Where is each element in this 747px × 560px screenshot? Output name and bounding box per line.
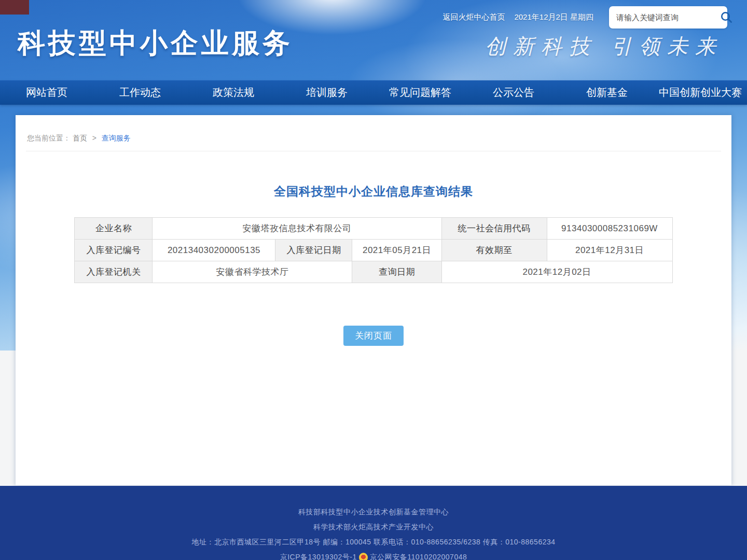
value-valid-until: 2021年12月31日 <box>547 240 672 261</box>
query-result-table: 企业名称 安徽塔孜信息技术有限公司 统一社会信用代码 9134030008523… <box>74 217 672 283</box>
table-row: 入库登记编号 202134030200005135 入库登记日期 2021年05… <box>75 240 672 261</box>
nav-item-training[interactable]: 培训服务 <box>280 80 374 105</box>
label-credit-code: 统一社会信用代码 <box>441 218 547 240</box>
torch-home-link[interactable]: 返回火炬中心首页 <box>442 12 505 22</box>
nav-item-faq[interactable]: 常见问题解答 <box>374 80 467 105</box>
nav-item-announcements[interactable]: 公示公告 <box>467 80 560 105</box>
value-company-name: 安徽塔孜信息技术有限公司 <box>153 218 441 240</box>
nav-item-home[interactable]: 网站首页 <box>0 80 93 105</box>
footer-icp-row: 京ICP备13019302号-1 京公网安备11010202007048 <box>0 550 747 560</box>
footer-torch-center: 科学技术部火炬高技术产业开发中心 <box>0 520 747 535</box>
page: 返回火炬中心首页 2021年12月2日 星期四 科技型中小企业服务 创新科技 引… <box>0 0 747 560</box>
breadcrumb-separator: > <box>92 134 96 142</box>
police-record-link[interactable]: 京公网安备11010202007048 <box>370 550 467 560</box>
breadcrumb: 您当前位置： 首页 > 查询服务 <box>26 115 721 151</box>
nav-item-work-news[interactable]: 工作动态 <box>93 80 187 105</box>
label-registration-number: 入库登记编号 <box>75 240 153 261</box>
value-credit-code: 91340300085231069W <box>547 218 672 240</box>
value-registration-date: 2021年05月21日 <box>352 240 441 261</box>
site-slogan: 创新科技 引领未来 <box>485 32 723 61</box>
search-icon[interactable] <box>720 10 733 24</box>
footer-fund-center: 科技部科技型中小企业技术创新基金管理中心 <box>0 505 747 520</box>
search-input[interactable] <box>616 13 720 22</box>
icp-license-link[interactable]: 京ICP备13019302号-1 <box>280 550 357 560</box>
search-box[interactable] <box>609 6 727 29</box>
label-valid-until: 有效期至 <box>441 240 547 261</box>
nav-item-innovation-fund[interactable]: 创新基金 <box>560 80 654 105</box>
content-panel: 您当前位置： 首页 > 查询服务 全国科技型中小企业信息库查询结果 企业名称 安… <box>16 115 731 485</box>
label-company-name: 企业名称 <box>75 218 153 240</box>
table-row: 入库登记机关 安徽省科学技术厅 查询日期 2021年12月02日 <box>75 261 672 283</box>
breadcrumb-prefix: 您当前位置： <box>27 134 71 142</box>
table-row: 企业名称 安徽塔孜信息技术有限公司 统一社会信用代码 9134030008523… <box>75 218 672 240</box>
breadcrumb-home-link[interactable]: 首页 <box>73 134 87 142</box>
police-emblem-icon <box>359 553 368 560</box>
main-navigation: 网站首页 工作动态 政策法规 培训服务 常见问题解答 公示公告 创新基金 中国创… <box>0 80 747 105</box>
value-registration-authority: 安徽省科学技术厅 <box>153 261 352 283</box>
page-title: 全国科技型中小企业信息库查询结果 <box>16 184 731 200</box>
nav-item-innovation-competition[interactable]: 中国创新创业大赛 <box>654 80 747 105</box>
footer: 科技部科技型中小企业技术创新基金管理中心 科学技术部火炬高技术产业开发中心 地址… <box>0 486 747 560</box>
site-logo-title[interactable]: 科技型中小企业服务 <box>18 25 293 62</box>
label-query-date: 查询日期 <box>352 261 441 283</box>
current-date: 2021年12月2日 星期四 <box>514 12 593 22</box>
label-registration-date: 入库登记日期 <box>275 240 352 261</box>
close-page-button[interactable]: 关闭页面 <box>343 326 404 346</box>
footer-contact-info: 地址：北京市西城区三里河二区甲18号 邮编：100045 联系电话：010-88… <box>0 535 747 550</box>
value-query-date: 2021年12月02日 <box>441 261 672 283</box>
breadcrumb-current-link[interactable]: 查询服务 <box>102 134 131 142</box>
label-registration-authority: 入库登记机关 <box>75 261 153 283</box>
nav-item-policies[interactable]: 政策法规 <box>187 80 280 105</box>
value-registration-number: 202134030200005135 <box>153 240 275 261</box>
